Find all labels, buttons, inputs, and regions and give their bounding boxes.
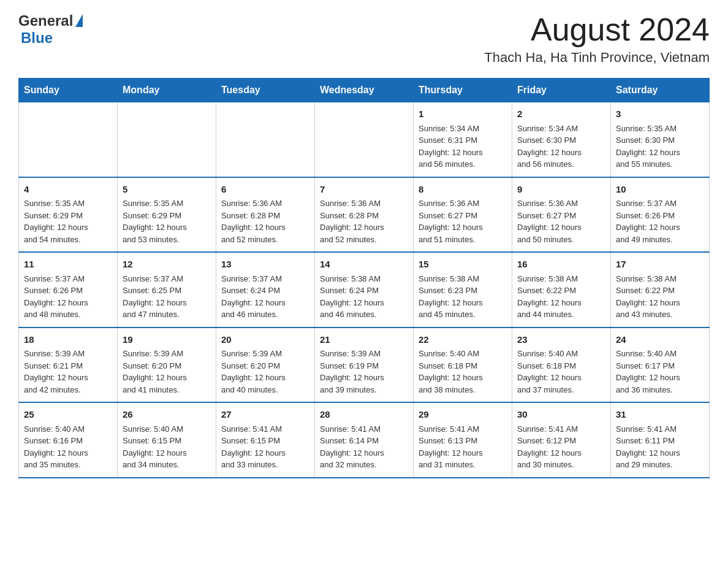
day-number: 23 (517, 333, 605, 347)
day-number: 17 (616, 258, 704, 272)
calendar-cell: 20Sunrise: 5:39 AM Sunset: 6:20 PM Dayli… (216, 327, 315, 403)
day-info: Sunrise: 5:38 AM Sunset: 6:22 PM Dayligh… (616, 274, 680, 320)
day-number: 20 (221, 333, 309, 347)
logo-blue-text: Blue (21, 29, 53, 47)
day-number: 21 (320, 333, 408, 347)
day-number: 28 (320, 408, 408, 422)
day-number: 26 (123, 408, 211, 422)
day-info: Sunrise: 5:41 AM Sunset: 6:13 PM Dayligh… (419, 424, 483, 470)
calendar-cell: 4Sunrise: 5:35 AM Sunset: 6:29 PM Daylig… (19, 177, 118, 253)
day-info: Sunrise: 5:41 AM Sunset: 6:12 PM Dayligh… (517, 424, 582, 470)
calendar-cell: 1Sunrise: 5:34 AM Sunset: 6:31 PM Daylig… (414, 102, 512, 177)
day-info: Sunrise: 5:34 AM Sunset: 6:31 PM Dayligh… (419, 124, 483, 169)
calendar-cell (315, 102, 414, 177)
day-number: 1 (419, 107, 507, 121)
calendar-cell (216, 102, 315, 177)
day-number: 8 (419, 183, 507, 197)
calendar-week-5: 25Sunrise: 5:40 AM Sunset: 6:16 PM Dayli… (19, 402, 710, 478)
logo: General Blue (18, 12, 83, 47)
calendar-cell: 17Sunrise: 5:38 AM Sunset: 6:22 PM Dayli… (611, 252, 710, 327)
day-number: 24 (616, 333, 704, 347)
day-info: Sunrise: 5:39 AM Sunset: 6:19 PM Dayligh… (320, 349, 384, 394)
calendar-cell: 11Sunrise: 5:37 AM Sunset: 6:26 PM Dayli… (19, 252, 118, 327)
day-number: 14 (320, 258, 408, 272)
day-info: Sunrise: 5:36 AM Sunset: 6:28 PM Dayligh… (221, 199, 286, 244)
day-info: Sunrise: 5:40 AM Sunset: 6:16 PM Dayligh… (24, 424, 88, 470)
day-info: Sunrise: 5:36 AM Sunset: 6:27 PM Dayligh… (419, 199, 483, 244)
calendar-cell: 10Sunrise: 5:37 AM Sunset: 6:26 PM Dayli… (611, 177, 710, 253)
calendar-table: SundayMondayTuesdayWednesdayThursdayFrid… (18, 78, 710, 478)
calendar-cell: 12Sunrise: 5:37 AM Sunset: 6:25 PM Dayli… (118, 252, 216, 327)
calendar-cell: 2Sunrise: 5:34 AM Sunset: 6:30 PM Daylig… (512, 102, 611, 177)
day-number: 29 (419, 408, 507, 422)
calendar-week-1: 1Sunrise: 5:34 AM Sunset: 6:31 PM Daylig… (19, 102, 710, 177)
day-number: 13 (221, 258, 309, 272)
day-number: 6 (221, 183, 309, 197)
day-info: Sunrise: 5:37 AM Sunset: 6:25 PM Dayligh… (123, 274, 187, 320)
day-info: Sunrise: 5:40 AM Sunset: 6:18 PM Dayligh… (517, 349, 582, 394)
day-number: 27 (221, 408, 309, 422)
day-number: 7 (320, 183, 408, 197)
calendar-cell: 23Sunrise: 5:40 AM Sunset: 6:18 PM Dayli… (512, 327, 611, 403)
calendar-cell (19, 102, 118, 177)
logo-triangle-icon (75, 14, 83, 27)
location-subtitle: Thach Ha, Ha Tinh Province, Vietnam (484, 50, 710, 66)
calendar-cell: 31Sunrise: 5:41 AM Sunset: 6:11 PM Dayli… (611, 402, 710, 478)
weekday-header-thursday: Thursday (414, 79, 512, 102)
calendar-cell: 25Sunrise: 5:40 AM Sunset: 6:16 PM Dayli… (19, 402, 118, 478)
day-number: 11 (24, 258, 112, 272)
weekday-header-tuesday: Tuesday (216, 79, 315, 102)
weekday-header-saturday: Saturday (611, 79, 710, 102)
calendar-cell: 22Sunrise: 5:40 AM Sunset: 6:18 PM Dayli… (414, 327, 512, 403)
day-info: Sunrise: 5:35 AM Sunset: 6:29 PM Dayligh… (24, 199, 88, 244)
day-info: Sunrise: 5:40 AM Sunset: 6:17 PM Dayligh… (616, 349, 680, 394)
calendar-cell: 30Sunrise: 5:41 AM Sunset: 6:12 PM Dayli… (512, 402, 611, 478)
day-info: Sunrise: 5:37 AM Sunset: 6:26 PM Dayligh… (24, 274, 88, 320)
day-number: 2 (517, 107, 605, 121)
weekday-header-row: SundayMondayTuesdayWednesdayThursdayFrid… (19, 79, 710, 102)
day-info: Sunrise: 5:39 AM Sunset: 6:20 PM Dayligh… (221, 349, 286, 394)
day-info: Sunrise: 5:40 AM Sunset: 6:18 PM Dayligh… (419, 349, 483, 394)
day-info: Sunrise: 5:38 AM Sunset: 6:23 PM Dayligh… (419, 274, 483, 320)
day-info: Sunrise: 5:36 AM Sunset: 6:27 PM Dayligh… (517, 199, 582, 244)
day-number: 3 (616, 107, 704, 121)
day-number: 22 (419, 333, 507, 347)
calendar-cell: 7Sunrise: 5:36 AM Sunset: 6:28 PM Daylig… (315, 177, 414, 253)
day-number: 9 (517, 183, 605, 197)
day-number: 12 (123, 258, 211, 272)
calendar-week-4: 18Sunrise: 5:39 AM Sunset: 6:21 PM Dayli… (19, 327, 710, 403)
calendar-cell: 29Sunrise: 5:41 AM Sunset: 6:13 PM Dayli… (414, 402, 512, 478)
calendar-cell: 3Sunrise: 5:35 AM Sunset: 6:30 PM Daylig… (611, 102, 710, 177)
weekday-header-monday: Monday (118, 79, 216, 102)
day-info: Sunrise: 5:41 AM Sunset: 6:15 PM Dayligh… (221, 424, 286, 470)
day-info: Sunrise: 5:36 AM Sunset: 6:28 PM Dayligh… (320, 199, 384, 244)
day-info: Sunrise: 5:35 AM Sunset: 6:29 PM Dayligh… (123, 199, 187, 244)
day-number: 4 (24, 183, 112, 197)
calendar-week-2: 4Sunrise: 5:35 AM Sunset: 6:29 PM Daylig… (19, 177, 710, 253)
day-number: 31 (616, 408, 704, 422)
calendar-cell (118, 102, 216, 177)
title-section: August 2024 Thach Ha, Ha Tinh Province, … (484, 12, 710, 66)
day-info: Sunrise: 5:39 AM Sunset: 6:20 PM Dayligh… (123, 349, 187, 394)
calendar-cell: 19Sunrise: 5:39 AM Sunset: 6:20 PM Dayli… (118, 327, 216, 403)
calendar-week-3: 11Sunrise: 5:37 AM Sunset: 6:26 PM Dayli… (19, 252, 710, 327)
day-number: 15 (419, 258, 507, 272)
calendar-cell: 21Sunrise: 5:39 AM Sunset: 6:19 PM Dayli… (315, 327, 414, 403)
day-info: Sunrise: 5:38 AM Sunset: 6:22 PM Dayligh… (517, 274, 582, 320)
calendar-cell: 27Sunrise: 5:41 AM Sunset: 6:15 PM Dayli… (216, 402, 315, 478)
day-number: 30 (517, 408, 605, 422)
day-number: 16 (517, 258, 605, 272)
day-number: 5 (123, 183, 211, 197)
calendar-cell: 24Sunrise: 5:40 AM Sunset: 6:17 PM Dayli… (611, 327, 710, 403)
day-info: Sunrise: 5:38 AM Sunset: 6:24 PM Dayligh… (320, 274, 384, 320)
day-number: 25 (24, 408, 112, 422)
day-info: Sunrise: 5:34 AM Sunset: 6:30 PM Dayligh… (517, 124, 582, 169)
calendar-cell: 26Sunrise: 5:40 AM Sunset: 6:15 PM Dayli… (118, 402, 216, 478)
calendar-cell: 6Sunrise: 5:36 AM Sunset: 6:28 PM Daylig… (216, 177, 315, 253)
weekday-header-sunday: Sunday (19, 79, 118, 102)
calendar-cell: 14Sunrise: 5:38 AM Sunset: 6:24 PM Dayli… (315, 252, 414, 327)
weekday-header-friday: Friday (512, 79, 611, 102)
day-number: 10 (616, 183, 704, 197)
weekday-header-wednesday: Wednesday (315, 79, 414, 102)
logo-general-text: General (18, 12, 73, 29)
